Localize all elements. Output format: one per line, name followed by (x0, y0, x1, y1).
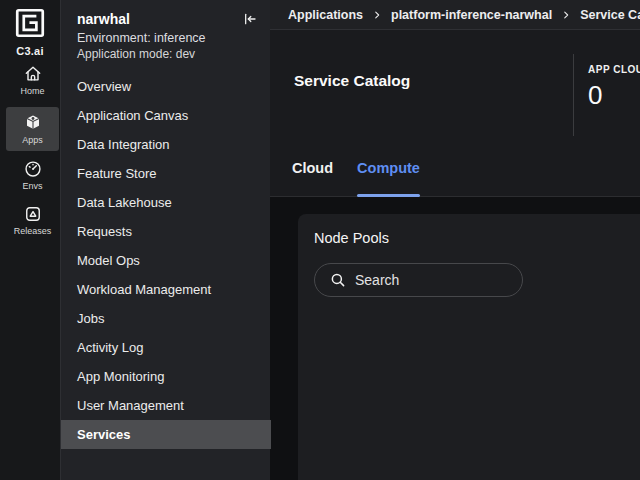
breadcrumb-app[interactable]: platform-inference-narwhal (391, 8, 552, 22)
tab-cloud[interactable]: Cloud (292, 160, 333, 197)
sidebar-item-data-lakehouse[interactable]: Data Lakehouse (61, 188, 271, 217)
app-name: narwhal (77, 10, 254, 28)
c3ai-logo[interactable]: C3.ai (0, 6, 60, 57)
brand-label: C3.ai (0, 45, 60, 57)
tab-label: Cloud (292, 160, 333, 176)
search-icon (329, 271, 347, 289)
tab-label: Compute (357, 160, 420, 176)
sidebar-item-services[interactable]: Services (61, 420, 271, 449)
sidebar-item-app-monitoring[interactable]: App Monitoring (61, 362, 271, 391)
node-pools-panel: Node Pools (298, 214, 640, 480)
search-input[interactable] (355, 272, 505, 288)
panel-title: Node Pools (314, 230, 640, 246)
app-mode-label: Application mode: dev (77, 47, 254, 62)
sidebar-item-application-canvas[interactable]: Application Canvas (61, 101, 271, 130)
rail-item-apps[interactable]: Apps (6, 107, 59, 151)
page-header: Service Catalog APP CLOU 0 Cloud Compute (270, 30, 640, 197)
apps-cube-icon (23, 113, 43, 133)
collapse-arrow-icon (242, 11, 258, 27)
tab-active-underline (357, 194, 420, 197)
environment-label: Environment: inference (77, 30, 254, 46)
sidebar-item-workload-management[interactable]: Workload Management (61, 275, 271, 304)
app-sidebar: narwhal Environment: inference Applicati… (60, 0, 270, 480)
sidebar-item-feature-store[interactable]: Feature Store (61, 159, 271, 188)
sidebar-item-model-ops[interactable]: Model Ops (61, 246, 271, 275)
rail-item-home[interactable]: Home (6, 60, 59, 100)
rail-item-label: Envs (22, 181, 42, 191)
icon-rail: C3.ai Home Apps (0, 0, 60, 480)
sidebar-item-requests[interactable]: Requests (61, 217, 271, 246)
node-pools-search[interactable] (314, 263, 523, 297)
breadcrumb: Applications platform-inference-narwhal … (270, 0, 640, 30)
gauge-icon (23, 159, 43, 179)
tab-compute[interactable]: Compute (357, 160, 420, 197)
sidebar-item-user-management[interactable]: User Management (61, 391, 271, 420)
chevron-right-icon (372, 10, 382, 20)
stat-value: 0 (588, 80, 640, 111)
c3ai-logo-icon (13, 6, 47, 40)
app-cloud-stat: APP CLOU 0 (588, 64, 640, 111)
rail-item-label: Apps (22, 135, 43, 145)
chevron-right-icon (561, 10, 571, 20)
release-icon (23, 204, 43, 224)
rail-item-label: Home (20, 86, 44, 96)
sidebar-item-overview[interactable]: Overview (61, 72, 271, 101)
rail-item-label: Releases (14, 226, 52, 236)
sidebar-header: narwhal Environment: inference Applicati… (61, 0, 270, 70)
rail-item-releases[interactable]: Releases (6, 200, 59, 240)
sidebar-item-jobs[interactable]: Jobs (61, 304, 271, 333)
tab-content-area: Node Pools (270, 198, 640, 480)
app-window: C3.ai Home Apps (0, 0, 640, 480)
collapse-sidebar-button[interactable] (241, 10, 259, 28)
sidebar-item-data-integration[interactable]: Data Integration (61, 130, 271, 159)
stat-divider (573, 54, 574, 136)
sidebar-item-activity-log[interactable]: Activity Log (61, 333, 271, 362)
rail-item-envs[interactable]: Envs (6, 155, 59, 195)
breadcrumb-service-catalog[interactable]: Service Catal (580, 8, 640, 22)
main-content: Applications platform-inference-narwhal … (270, 0, 640, 480)
breadcrumb-applications[interactable]: Applications (288, 8, 363, 22)
home-icon (23, 64, 43, 84)
page-title: Service Catalog (294, 72, 410, 90)
sidebar-menu: Overview Application Canvas Data Integra… (61, 72, 271, 449)
stat-label: APP CLOU (588, 64, 640, 75)
tab-bar: Cloud Compute (292, 160, 420, 197)
